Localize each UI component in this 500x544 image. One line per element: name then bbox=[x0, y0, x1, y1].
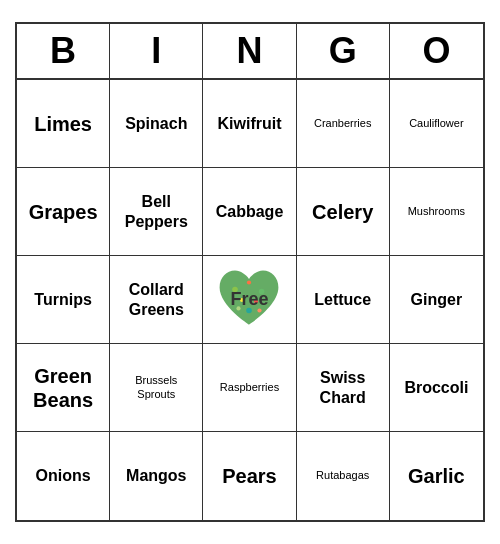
bingo-cell: Garlic bbox=[390, 432, 483, 520]
free-label: Free bbox=[230, 289, 268, 310]
free-space: Free bbox=[214, 265, 284, 335]
bingo-cell: Grapes bbox=[17, 168, 110, 256]
bingo-cell: Swiss Chard bbox=[297, 344, 390, 432]
header-letter: G bbox=[297, 24, 390, 78]
bingo-cell: Limes bbox=[17, 80, 110, 168]
cell-label: Pears bbox=[222, 464, 277, 488]
bingo-cell: Cauliflower bbox=[390, 80, 483, 168]
cell-label: Turnips bbox=[34, 290, 91, 309]
header-letter: B bbox=[17, 24, 110, 78]
cell-label: Cauliflower bbox=[409, 117, 463, 130]
cell-label: Celery bbox=[312, 200, 373, 224]
cell-label: Garlic bbox=[408, 464, 465, 488]
cell-label: Limes bbox=[34, 112, 92, 136]
bingo-cell: Cabbage bbox=[203, 168, 296, 256]
cell-label: Broccoli bbox=[404, 378, 468, 397]
cell-label: Swiss Chard bbox=[320, 368, 366, 406]
cell-label: Collard Greens bbox=[129, 280, 184, 318]
bingo-cell: Green Beans bbox=[17, 344, 110, 432]
bingo-cell: Cranberries bbox=[297, 80, 390, 168]
bingo-header: BINGO bbox=[17, 24, 483, 80]
bingo-cell: Turnips bbox=[17, 256, 110, 344]
bingo-cell: Mangos bbox=[110, 432, 203, 520]
cell-label: Grapes bbox=[29, 200, 98, 224]
cell-label: Cabbage bbox=[216, 202, 284, 221]
header-letter: I bbox=[110, 24, 203, 78]
bingo-card: BINGO LimesSpinachKiwifruitCranberriesCa… bbox=[15, 22, 485, 522]
cell-label: Spinach bbox=[125, 114, 187, 133]
bingo-cell: Mushrooms bbox=[390, 168, 483, 256]
cell-label: Brussels Sprouts bbox=[135, 374, 177, 400]
cell-label: Ginger bbox=[411, 290, 463, 309]
cell-label: Lettuce bbox=[314, 290, 371, 309]
cell-label: Kiwifruit bbox=[217, 114, 281, 133]
cell-label: Bell Peppers bbox=[125, 192, 188, 230]
bingo-cell: Kiwifruit bbox=[203, 80, 296, 168]
bingo-cell: Onions bbox=[17, 432, 110, 520]
header-letter: N bbox=[203, 24, 296, 78]
bingo-cell: Raspberries bbox=[203, 344, 296, 432]
bingo-cell: Free bbox=[203, 256, 296, 344]
bingo-cell: Rutabagas bbox=[297, 432, 390, 520]
bingo-cell: Broccoli bbox=[390, 344, 483, 432]
header-letter: O bbox=[390, 24, 483, 78]
cell-label: Green Beans bbox=[33, 364, 93, 412]
cell-label: Cranberries bbox=[314, 117, 371, 130]
cell-label: Raspberries bbox=[220, 381, 279, 394]
cell-label: Mushrooms bbox=[408, 205, 465, 218]
bingo-cell: Collard Greens bbox=[110, 256, 203, 344]
bingo-cell: Ginger bbox=[390, 256, 483, 344]
bingo-cell: Spinach bbox=[110, 80, 203, 168]
cell-label: Mangos bbox=[126, 466, 186, 485]
bingo-cell: Celery bbox=[297, 168, 390, 256]
cell-label: Rutabagas bbox=[316, 469, 369, 482]
bingo-cell: Lettuce bbox=[297, 256, 390, 344]
bingo-cell: Brussels Sprouts bbox=[110, 344, 203, 432]
bingo-cell: Bell Peppers bbox=[110, 168, 203, 256]
svg-point-1 bbox=[247, 280, 251, 284]
cell-label: Onions bbox=[36, 466, 91, 485]
bingo-grid: LimesSpinachKiwifruitCranberriesCauliflo… bbox=[17, 80, 483, 520]
bingo-cell: Pears bbox=[203, 432, 296, 520]
